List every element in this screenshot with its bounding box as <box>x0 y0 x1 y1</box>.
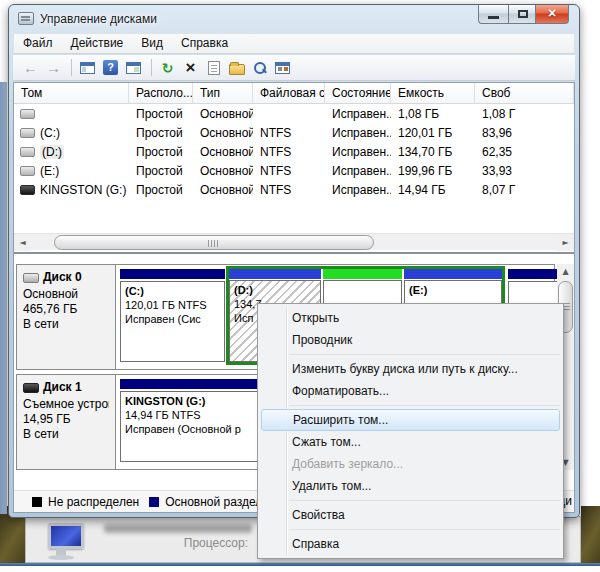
col-free[interactable]: Своб <box>475 83 574 104</box>
maximize-button[interactable] <box>508 5 536 24</box>
menu-delete-volume[interactable]: Удалить том... <box>258 475 563 497</box>
close-button[interactable]: × <box>536 5 569 24</box>
volume-icon <box>20 109 35 119</box>
forward-arrow-icon: → <box>46 60 61 75</box>
desktop: Процессор: Управление дисками × Файл Дей… <box>0 0 600 572</box>
table-row[interactable]: (E:) Простой Основной NTFS Исправен... 1… <box>14 161 574 180</box>
table-row[interactable]: (C:) Простой Основной NTFS Исправен... 1… <box>14 123 574 142</box>
horizontal-scrollbar: ◄ ► <box>14 233 574 250</box>
menu-change-drive-letter[interactable]: Изменить букву диска или путь к диску... <box>258 358 563 380</box>
processor-label: Процессор: <box>156 536 248 550</box>
table-row-selected[interactable]: (D:) Простой Основной NTFS Исправен... 1… <box>14 142 574 161</box>
context-menu: Открыть Проводник Изменить букву диска и… <box>257 303 564 559</box>
help-button[interactable]: ? <box>100 57 121 78</box>
help-icon: ? <box>103 60 118 75</box>
menu-help[interactable]: Справка <box>172 34 237 53</box>
customize-icon <box>275 62 290 74</box>
minimize-icon <box>488 16 499 19</box>
table-header: Том Располо... Тип Файловая с... Состоян… <box>14 83 574 104</box>
col-layout[interactable]: Располо... <box>129 83 193 104</box>
show-action-pane-button[interactable] <box>123 57 144 78</box>
back-button[interactable]: ← <box>20 57 41 78</box>
delete-button[interactable]: × <box>180 57 201 78</box>
open-button[interactable] <box>226 57 247 78</box>
menubar: Файл Действие Вид Справка <box>13 33 575 54</box>
menu-file[interactable]: Файл <box>14 34 62 53</box>
scroll-left-arrow[interactable]: ◄ <box>14 234 31 251</box>
free-space-bar <box>323 269 402 279</box>
col-status[interactable]: Состояние <box>325 83 391 104</box>
window-title: Управление дисками <box>40 5 157 33</box>
console-tree-icon <box>80 62 95 74</box>
col-volume[interactable]: Том <box>14 83 129 104</box>
disk-management-icon <box>18 12 34 25</box>
background-window-edge <box>0 82 7 514</box>
scroll-right-arrow[interactable]: ► <box>557 234 574 251</box>
table-row[interactable]: KINGSTON (G:) Простой Основной NTFS Испр… <box>14 180 574 199</box>
show-console-tree-button[interactable] <box>77 57 98 78</box>
legend-swatch-unallocated <box>32 497 42 507</box>
removable-volume-icon <box>20 185 35 195</box>
logical-partition-bar <box>229 269 321 279</box>
disk-0-label-panel[interactable]: Диск 0 Основной 465,76 ГБ В сети <box>17 265 116 369</box>
volume-icon <box>20 166 35 176</box>
menu-format[interactable]: Форматировать... <box>258 380 563 402</box>
menu-view[interactable]: Вид <box>132 34 172 53</box>
menu-help[interactable]: Справка <box>258 533 563 555</box>
logical-partition-bar <box>404 269 502 279</box>
minimize-button[interactable] <box>478 5 508 24</box>
computer-icon <box>44 523 88 559</box>
menu-action[interactable]: Действие <box>62 34 133 53</box>
refresh-icon: ↻ <box>162 61 174 75</box>
action-pane-icon <box>126 62 141 74</box>
partition-c[interactable]: (C:) 120,01 ГБ NTFS Исправен (Сис <box>120 269 225 362</box>
desktop-corner-right <box>581 506 600 564</box>
open-folder-icon <box>229 64 245 75</box>
menu-shrink-volume[interactable]: Сжать том... <box>258 431 563 453</box>
menu-open[interactable]: Открыть <box>258 307 563 329</box>
close-icon: × <box>536 5 568 22</box>
magnifier-icon <box>252 60 268 76</box>
col-capacity[interactable]: Емкость <box>391 83 475 104</box>
customize-button[interactable] <box>272 57 293 78</box>
menu-add-mirror: Добавить зеркало... <box>258 453 563 475</box>
delete-icon: × <box>186 59 196 76</box>
maximize-icon <box>518 10 528 18</box>
back-arrow-icon: ← <box>23 60 38 75</box>
horizontal-scrollbar-thumb[interactable] <box>54 235 374 250</box>
table-row[interactable]: Простой Основной Исправен... 1,08 ГБ 1,0… <box>14 104 574 123</box>
volumes-table: Том Располо... Тип Файловая с... Состоян… <box>14 83 574 233</box>
toolbar: ← → ? ↻ × <box>13 55 575 81</box>
volume-icon <box>20 128 35 138</box>
col-filesystem[interactable]: Файловая с... <box>253 83 325 104</box>
menu-properties[interactable]: Свойства <box>258 504 563 526</box>
disk-icon <box>23 273 39 283</box>
forward-button[interactable]: → <box>43 57 64 78</box>
primary-partition-bar <box>508 269 559 279</box>
find-button[interactable] <box>249 57 270 78</box>
legend-swatch-primary <box>149 497 159 507</box>
blurred-text <box>104 524 252 533</box>
window-controls: × <box>478 5 569 24</box>
primary-partition-bar <box>120 269 225 279</box>
menu-extend-volume[interactable]: Расширить том... <box>261 409 560 431</box>
volume-icon <box>20 147 35 157</box>
taskbar-edge <box>0 563 600 566</box>
properties-icon <box>208 61 220 75</box>
col-type[interactable]: Тип <box>193 83 253 104</box>
disk-1-label-panel[interactable]: Диск 1 Съемное устройство 14,95 ГБ В сет… <box>17 375 116 469</box>
properties-button[interactable] <box>203 57 224 78</box>
menu-explorer[interactable]: Проводник <box>258 329 563 351</box>
removable-disk-icon <box>23 383 39 393</box>
refresh-button[interactable]: ↻ <box>157 57 178 78</box>
scroll-up-arrow[interactable]: ▲ <box>557 264 574 279</box>
